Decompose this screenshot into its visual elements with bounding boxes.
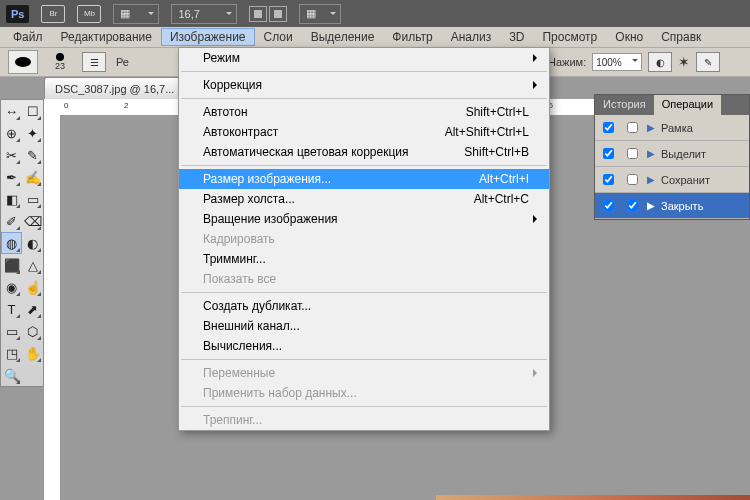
tool[interactable]: ✍: [22, 166, 43, 188]
tool[interactable]: ⬛: [1, 254, 22, 276]
app-title-bar: Ps Br Mb ▦ 16,7 ▦: [0, 0, 750, 27]
tool[interactable]: ✒: [1, 166, 22, 188]
brush-panel-toggle[interactable]: ☰: [82, 52, 106, 72]
play-icon: ▶: [647, 148, 655, 159]
mode-label: Ре: [116, 56, 129, 68]
menuitem[interactable]: АвтоконтрастAlt+Shift+Ctrl+L: [179, 122, 549, 142]
menu-выделение[interactable]: Выделение: [302, 28, 384, 46]
top-zoom-dropdown[interactable]: 16,7: [171, 4, 237, 24]
menu-справк[interactable]: Справк: [652, 28, 710, 46]
pressure-value[interactable]: 100%: [592, 53, 642, 71]
tool[interactable]: ⊕: [1, 122, 22, 144]
action-dialog-checkbox[interactable]: [627, 200, 638, 211]
doc-layout-dropdown[interactable]: ▦: [113, 4, 159, 24]
action-label: Закрыть: [661, 200, 703, 212]
menuitem[interactable]: Коррекция: [179, 75, 549, 95]
tool[interactable]: ☝: [22, 276, 43, 298]
tab-actions[interactable]: Операции: [654, 95, 721, 115]
bridge-button[interactable]: Br: [41, 5, 65, 23]
action-dialog-checkbox[interactable]: [627, 122, 638, 133]
menu-файл[interactable]: Файл: [4, 28, 52, 46]
screen-mode-group[interactable]: [249, 6, 287, 22]
tool[interactable]: ✎: [22, 144, 43, 166]
minibridge-button[interactable]: Mb: [77, 5, 101, 23]
play-icon: ▶: [647, 200, 655, 211]
play-icon: ▶: [647, 122, 655, 133]
action-label: Сохранит: [661, 174, 710, 186]
tool[interactable]: ↔: [1, 100, 22, 122]
menuitem[interactable]: Вращение изображения: [179, 209, 549, 229]
menu-3d[interactable]: 3D: [500, 28, 533, 46]
menuitem[interactable]: Тримминг...: [179, 249, 549, 269]
actions-panel: История Операции ▶Рамка▶Выделит▶Сохранит…: [594, 94, 750, 220]
menuitem[interactable]: Размер изображения...Alt+Ctrl+I: [179, 169, 549, 189]
tool[interactable]: ✐: [1, 210, 22, 232]
action-label: Выделит: [661, 148, 706, 160]
action-dialog-checkbox[interactable]: [627, 148, 638, 159]
tool[interactable]: ◧: [1, 188, 22, 210]
menu-окно[interactable]: Окно: [606, 28, 652, 46]
menuitem[interactable]: Автоматическая цветовая коррекцияShift+C…: [179, 142, 549, 162]
ruler-vertical: [44, 115, 61, 500]
action-row[interactable]: ▶Рамка: [595, 115, 749, 141]
action-toggle-checkbox[interactable]: [603, 174, 614, 185]
menu-фильтр[interactable]: Фильтр: [383, 28, 441, 46]
menuitem[interactable]: Размер холста...Alt+Ctrl+C: [179, 189, 549, 209]
pressure-toggle-icon[interactable]: ◐: [648, 52, 672, 72]
menuitem: Кадрировать: [179, 229, 549, 249]
tool-preset-picker[interactable]: [8, 50, 38, 74]
action-row[interactable]: ▶Закрыть: [595, 193, 749, 219]
toolbox: ↔☐⊕✦✂✎✒✍◧▭✐⌫◍◐⬛△◉☝T⬈▭⬡◳✋🔍: [0, 99, 44, 387]
airbrush-icon[interactable]: ✶: [678, 54, 690, 70]
play-icon: ▶: [647, 174, 655, 185]
menu-bar: ФайлРедактированиеИзображениеСлоиВыделен…: [0, 27, 750, 48]
menuitem: Треппинг...: [179, 410, 549, 430]
tool[interactable]: ⬡: [22, 320, 43, 342]
action-toggle-checkbox[interactable]: [603, 122, 614, 133]
tool[interactable]: ⌫: [22, 210, 43, 232]
tool[interactable]: ◐: [22, 232, 43, 254]
pressure-label: Нажим:: [548, 56, 586, 68]
menuitem[interactable]: Режим: [179, 48, 549, 68]
tool[interactable]: ◳: [1, 342, 22, 364]
tool[interactable]: ▭: [22, 188, 43, 210]
menuitem[interactable]: Вычисления...: [179, 336, 549, 356]
tool[interactable]: ✦: [22, 122, 43, 144]
menu-редактирование[interactable]: Редактирование: [52, 28, 161, 46]
tool[interactable]: T: [1, 298, 22, 320]
action-row[interactable]: ▶Сохранит: [595, 167, 749, 193]
menu-анализ[interactable]: Анализ: [442, 28, 501, 46]
menuitem: Показать все: [179, 269, 549, 289]
menuitem: Применить набор данных...: [179, 383, 549, 403]
menuitem: Переменные: [179, 363, 549, 383]
tool[interactable]: ◉: [1, 276, 22, 298]
brush-preview[interactable]: 23: [48, 53, 72, 71]
tool[interactable]: ▭: [1, 320, 22, 342]
menu-слои[interactable]: Слои: [255, 28, 302, 46]
arrange-dropdown[interactable]: ▦: [299, 4, 341, 24]
menu-просмотр[interactable]: Просмотр: [533, 28, 606, 46]
tool[interactable]: ✂: [1, 144, 22, 166]
tool[interactable]: ◍: [1, 232, 22, 254]
tablet-pressure-icon[interactable]: ✎: [696, 52, 720, 72]
tool[interactable]: △: [22, 254, 43, 276]
tool[interactable]: ☐: [22, 100, 43, 122]
tool[interactable]: ⬈: [22, 298, 43, 320]
menuitem[interactable]: АвтотонShift+Ctrl+L: [179, 102, 549, 122]
document-image: [436, 495, 750, 500]
tab-history[interactable]: История: [595, 95, 654, 115]
action-toggle-checkbox[interactable]: [603, 148, 614, 159]
document-tab[interactable]: DSC_3087.jpg @ 16,7...: [44, 77, 185, 99]
action-label: Рамка: [661, 122, 693, 134]
action-toggle-checkbox[interactable]: [603, 200, 614, 211]
menuitem[interactable]: Внешний канал...: [179, 316, 549, 336]
app-logo: Ps: [6, 5, 29, 23]
tool[interactable]: ✋: [22, 342, 43, 364]
menuitem[interactable]: Создать дубликат...: [179, 296, 549, 316]
image-menu-dropdown: РежимКоррекцияАвтотонShift+Ctrl+LАвтокон…: [178, 47, 550, 431]
action-row[interactable]: ▶Выделит: [595, 141, 749, 167]
action-dialog-checkbox[interactable]: [627, 174, 638, 185]
tool[interactable]: [22, 364, 43, 386]
tool[interactable]: 🔍: [1, 364, 22, 386]
menu-изображение[interactable]: Изображение: [161, 28, 255, 46]
